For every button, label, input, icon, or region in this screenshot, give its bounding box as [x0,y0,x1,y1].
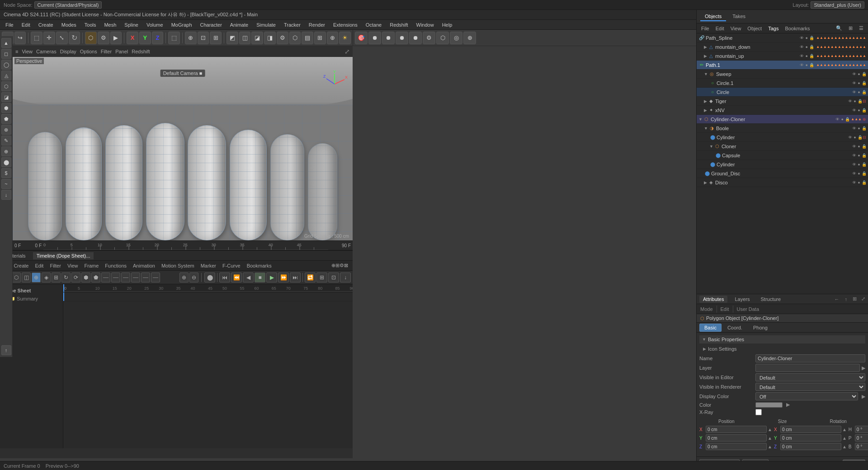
render-view[interactable]: ⬡ [85,32,97,44]
menu-modes[interactable]: Modes [58,21,80,28]
tl-menu-functions[interactable]: Functions [102,262,129,269]
expand-xnv[interactable]: ▶ [704,108,707,113]
tl-extra-2[interactable]: ⊡ [328,273,339,282]
play-back[interactable]: ◀ [243,273,254,282]
attr-tab2-basic[interactable]: Basic [699,324,722,332]
vp-tab-display[interactable]: Display [60,49,76,54]
attr-tab-layers[interactable]: Layers [731,296,753,303]
pos-x-input[interactable] [706,426,767,433]
left-tool-14[interactable]: ~ [1,179,11,189]
obj-search[interactable]: 🔍 [833,24,845,32]
scene-obj-5[interactable]: ⏺ [409,32,422,44]
menu-tracker[interactable]: Tracker [280,21,304,28]
obj-cylinder-cloner[interactable]: ▼ ⬡ Cylinder-Cloner 👁 ● 🔒 ▲▲▲ ⊕ [697,115,868,124]
tl-add-key[interactable]: ⊕ [179,273,189,282]
attr-edit[interactable]: Edit [719,306,731,312]
tl-tool-5[interactable]: ◈ [42,273,51,282]
loop-btn[interactable]: 🔁 [305,273,316,282]
size-z-arrow[interactable]: ▲ [842,444,847,449]
attr-nav-up[interactable]: ↑ [845,296,848,302]
size-x-input[interactable] [780,426,841,433]
left-tool-1[interactable]: ▲ [1,38,11,48]
scene-obj-2[interactable]: ⏺ [368,32,381,44]
obj-menu-edit[interactable]: Edit [713,25,727,32]
obj-cylinder-boole[interactable]: ⬤ Cylinder 👁 ● 🔒 ⊟ [697,133,868,142]
expand-boole[interactable]: ▼ [704,126,708,131]
toolbar-icon-13[interactable]: ⊞ [314,32,326,44]
attr-filter[interactable]: ⊞ [853,296,857,302]
name-input[interactable] [755,354,865,362]
tl-rotate-left[interactable]: ⬤ [204,273,215,282]
play-forward-end[interactable]: ⏭ [290,273,301,282]
left-tool-11[interactable]: ⊕ [1,146,11,156]
play-forward-step[interactable]: ⏩ [278,273,289,282]
tl-tool-4[interactable]: ⊕ [32,273,41,282]
menu-file[interactable]: File [2,21,17,28]
obj-path1[interactable]: ✏ Path.1 👁 ● 🔒 ▲▲▲▲▲▲▲▲▲▲▲▲▲▲ [697,61,868,70]
display-color-expand[interactable]: ▶ [862,394,865,400]
layer-arrow[interactable]: ▶ [862,365,865,371]
tl-tool-6[interactable]: ↻ [61,273,71,282]
rot-p-input[interactable] [855,434,868,442]
obj-tiger[interactable]: ▶ ◆ Tiger 👁 ● 🔒 ⊟ [697,97,868,106]
menu-character[interactable]: Character [197,21,226,28]
scene-obj-4[interactable]: ⏺ [396,32,408,44]
expand-mountain-down[interactable]: ▶ [704,45,707,49]
tl-menu-filter[interactable]: Filter [47,262,63,269]
objects-list[interactable]: 🔗 Path_Spline 👁 ● 🔒 ▲▲▲▲▲▲▲▲▲▲▲▲▲▲ ▶ △ m… [697,33,868,294]
tl-menu-marker[interactable]: Marker [198,262,219,269]
pos-y-input[interactable] [706,434,767,442]
obj-menu-tags[interactable]: Tags [765,25,781,32]
vp-tab-options[interactable]: Options [80,49,97,54]
expand-disco[interactable]: ▶ [704,180,707,185]
left-tool-3[interactable]: ◯ [1,60,11,70]
node-space-value[interactable]: Current (Standard/Physical) [34,1,102,9]
expand-tiger[interactable]: ▶ [704,99,707,103]
toolbar-icon-8[interactable]: ◪ [251,32,263,44]
attr-tab2-phong[interactable]: Phong [748,324,773,332]
layer-input[interactable] [755,364,860,372]
rot-b-input[interactable] [855,443,868,450]
tl-tool-12[interactable]: — [121,273,130,282]
menu-render[interactable]: Render [305,21,329,28]
layout-value[interactable]: Standard_plus (User) [811,1,864,9]
scale-tool[interactable]: ⤡ [56,32,68,44]
obj-mountain-down[interactable]: ▶ △ mountain_down 👁 ● 🔒 ▲▲▲▲▲▲▲▲▲▲▲▲▲▲ [697,42,868,52]
tl-tool-8[interactable]: ⬢ [81,273,90,282]
color-swatch[interactable] [755,402,783,408]
obj-menu-object[interactable]: Object [745,25,764,32]
menu-extensions[interactable]: Extensions [330,21,361,28]
tl-tool-move[interactable]: ⊞ [52,273,61,282]
render-queue[interactable]: ▶ [110,32,122,44]
scene-obj-7[interactable]: ⬡ [436,32,449,44]
toolbar-icon-9[interactable]: ◨ [264,32,276,44]
tl-menu-fcurve[interactable]: F-Curve [220,262,243,269]
vp-tab-panel[interactable]: Panel [115,49,128,54]
obj-cloner[interactable]: ▼ ⬡ Cloner 👁 ● 🔒 [697,142,868,151]
menu-window[interactable]: Window [413,21,438,28]
tl-menu-motion[interactable]: Motion System [159,262,197,269]
obj-menu-view[interactable]: View [728,25,744,32]
menu-animate[interactable]: Animate [226,21,252,28]
vp-tab-view[interactable]: View [22,49,33,54]
toolbar-icon-11[interactable]: ⬡ [289,32,301,44]
tab-objects[interactable]: Objects [700,12,726,21]
snap-2d[interactable]: ⊞ [210,32,222,44]
tl-tool-2[interactable]: ⬡ [12,273,21,282]
tl-tool-15[interactable]: — [151,273,160,282]
toolbar-icon-15[interactable]: ☀ [339,32,351,44]
toolbar-icon-10[interactable]: ⚙ [277,32,288,44]
vp-tab-filter[interactable]: Filter [101,49,112,54]
size-x-arrow[interactable]: ▲ [842,427,847,432]
tl-tool-13[interactable]: — [131,273,140,282]
render-settings[interactable]: ⚙ [98,32,109,44]
obj-circle1[interactable]: ○ Circle.1 👁 ● 🔒 [697,79,868,88]
tl-tool-14[interactable]: — [141,273,150,282]
track-area[interactable]: 0 5 10 15 20 25 30 35 40 45 50 55 60 65 … [63,284,353,448]
menu-create[interactable]: Create [35,21,57,28]
menu-tools[interactable]: Tools [81,21,100,28]
obj-boole[interactable]: ▼ ◑ Boole 👁 ● 🔒 [697,124,868,133]
x-axis[interactable]: X [127,32,138,44]
tl-menu-edit[interactable]: Edit [32,262,46,269]
toolbar-icon-7[interactable]: ◫ [239,32,251,44]
